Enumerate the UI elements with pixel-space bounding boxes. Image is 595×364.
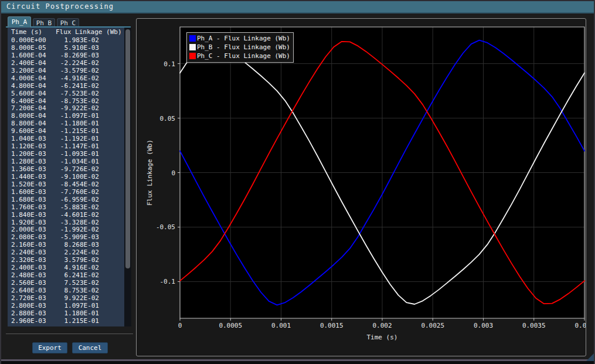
cell-time: 1.600E-03: [8, 189, 56, 196]
svg-text:Time (s): Time (s): [367, 334, 398, 341]
svg-text:0.0005: 0.0005: [219, 322, 242, 329]
cell-time: 2.880E-03: [8, 310, 56, 318]
svg-text:0: 0: [171, 169, 175, 177]
cell-flux: 1.983E-02: [56, 37, 99, 45]
cell-time: 8.000E-05: [8, 45, 56, 52]
chart-legend: Ph_A - Flux Linkage (Wb)Ph_B - Flux Link…: [186, 32, 294, 63]
legend-swatch-icon: [189, 53, 196, 59]
table-row[interactable]: 2.800E-031.097E-01: [8, 302, 124, 310]
svg-text:0.05: 0.05: [160, 115, 176, 123]
table-row[interactable]: 4.800E-04-6.241E-02: [8, 83, 124, 90]
table-row[interactable]: 1.280E-03-1.034E-01: [8, 158, 124, 166]
table-header: Time (s) Flux Linkage (Wb): [8, 28, 124, 37]
table-row[interactable]: 2.560E-037.523E-02: [8, 280, 124, 287]
table-row[interactable]: 0.000E+001.983E-02: [8, 37, 124, 45]
cell-time: 5.600E-04: [8, 90, 56, 98]
cell-time: 2.560E-03: [8, 280, 56, 287]
scrollbar-thumb[interactable]: [125, 29, 130, 268]
table-row[interactable]: 4.000E-04-4.916E-02: [8, 75, 124, 83]
table-row[interactable]: 8.000E-055.910E-03: [8, 45, 124, 52]
svg-text:0: 0: [178, 322, 182, 329]
legend-label: Ph_B - Flux Linkage (Wb): [197, 43, 290, 51]
table-row[interactable]: 1.840E-03-4.601E-02: [8, 212, 124, 219]
cell-time: 1.440E-03: [8, 174, 56, 181]
svg-text:0.001: 0.001: [271, 322, 291, 329]
column-header-flux: Flux Linkage (Wb): [56, 28, 122, 37]
legend-label: Ph_A - Flux Linkage (Wb): [197, 35, 290, 42]
legend-entry: Ph_C - Flux Linkage (Wb): [189, 52, 290, 60]
svg-text:0.1: 0.1: [164, 60, 175, 68]
cell-time: 1.360E-03: [8, 166, 56, 174]
window-border-left: [0, 0, 1, 364]
cell-flux: -9.726E-02: [56, 166, 99, 174]
table-row[interactable]: 2.720E-039.922E-02: [8, 295, 124, 302]
table-row[interactable]: 3.200E-04-3.579E-02: [8, 67, 124, 75]
legend-label: Ph_C - Flux Linkage (Wb): [197, 52, 290, 60]
legend-entry: Ph_A - Flux Linkage (Wb): [189, 34, 290, 43]
cell-time: 3.200E-04: [8, 67, 56, 75]
legend-swatch-icon: [189, 35, 196, 42]
table-scrollbar[interactable]: [124, 28, 131, 326]
svg-text:0.004: 0.004: [574, 322, 586, 329]
cell-flux: -4.916E-02: [56, 75, 99, 83]
cell-time: 1.600E-04: [8, 52, 56, 60]
cell-time: 2.640E-03: [8, 287, 56, 295]
svg-text:0.002: 0.002: [372, 322, 392, 329]
table-row[interactable]: 1.680E-03-6.959E-02: [8, 196, 124, 204]
cell-flux: -8.454E-02: [56, 181, 99, 189]
chart-panel: 00.00050.0010.00150.0020.00250.0030.0035…: [136, 18, 586, 356]
cell-flux: -6.959E-02: [56, 196, 99, 204]
cell-flux: 9.922E-02: [56, 295, 99, 302]
table-row[interactable]: 1.440E-03-9.100E-02: [8, 174, 124, 181]
svg-text:-0.1: -0.1: [160, 278, 176, 285]
table-row[interactable]: 1.520E-03-8.454E-02: [8, 181, 124, 189]
export-button[interactable]: Export: [32, 342, 67, 353]
table-row[interactable]: 1.600E-03-7.760E-02: [8, 189, 124, 196]
svg-text:0.003: 0.003: [474, 322, 493, 329]
cell-time: 1.520E-03: [8, 181, 56, 189]
cell-flux: -6.241E-02: [56, 83, 99, 90]
cell-flux: 8.753E-02: [56, 287, 99, 295]
window-border-bottom-dark: [0, 361, 595, 364]
cell-time: 0.000E+00: [8, 37, 56, 45]
tab-ph-a[interactable]: Ph_A: [8, 16, 31, 28]
cell-time: 2.720E-03: [8, 295, 56, 302]
table-row[interactable]: 2.400E-04-2.224E-02: [8, 60, 124, 67]
resize-grip-icon[interactable]: [586, 353, 594, 361]
data-table[interactable]: Time (s) Flux Linkage (Wb) 0.000E+001.98…: [8, 28, 124, 326]
cell-time: 1.760E-03: [8, 204, 56, 212]
cell-flux: -9.100E-02: [56, 174, 99, 181]
table-row[interactable]: 2.640E-038.753E-02: [8, 287, 124, 295]
cell-flux: 1.097E-01: [56, 302, 99, 310]
svg-text:0.0035: 0.0035: [522, 322, 546, 329]
cell-time: 2.400E-04: [8, 60, 56, 67]
table-row[interactable]: 1.760E-03-5.883E-02: [8, 204, 124, 212]
cancel-button[interactable]: Cancel: [72, 342, 108, 353]
cell-time: 1.840E-03: [8, 212, 56, 219]
cell-flux: -2.224E-02: [56, 60, 99, 67]
table-row[interactable]: 2.960E-031.215E-01: [8, 318, 124, 325]
cell-time: 4.800E-04: [8, 83, 56, 90]
title-bar[interactable]: Circuit Postprocessing: [1, 1, 594, 13]
svg-text:-0.05: -0.05: [156, 223, 175, 231]
cell-flux: 7.523E-02: [56, 280, 99, 287]
table-row[interactable]: 1.360E-03-9.726E-02: [8, 166, 124, 174]
svg-text:0.0015: 0.0015: [320, 322, 344, 329]
cell-flux: 5.910E-03: [56, 45, 99, 52]
table-row[interactable]: 1.600E-04-8.269E-03: [8, 52, 124, 60]
table-row[interactable]: 2.880E-031.180E-01: [8, 310, 124, 318]
cell-flux: -8.269E-03: [56, 52, 99, 60]
svg-text:0.0025: 0.0025: [421, 322, 444, 329]
cell-time: 4.000E-04: [8, 75, 56, 83]
cell-time: 2.800E-03: [8, 302, 56, 310]
flux-linkage-chart[interactable]: 00.00050.0010.00150.0020.00250.0030.0035…: [137, 19, 586, 356]
cell-flux: -7.523E-02: [56, 90, 99, 98]
table-row[interactable]: 5.600E-04-7.523E-02: [8, 90, 124, 98]
cell-flux: -3.579E-02: [56, 67, 99, 75]
legend-entry: Ph_B - Flux Linkage (Wb): [189, 43, 290, 52]
cell-flux: -7.760E-02: [56, 189, 99, 196]
cell-flux: 1.180E-01: [56, 310, 99, 318]
app-window: Circuit Postprocessing Ph_A Ph_B Ph_C Ti…: [0, 0, 595, 364]
cell-flux: -1.034E-01: [56, 158, 99, 166]
separator-line: [6, 334, 133, 334]
